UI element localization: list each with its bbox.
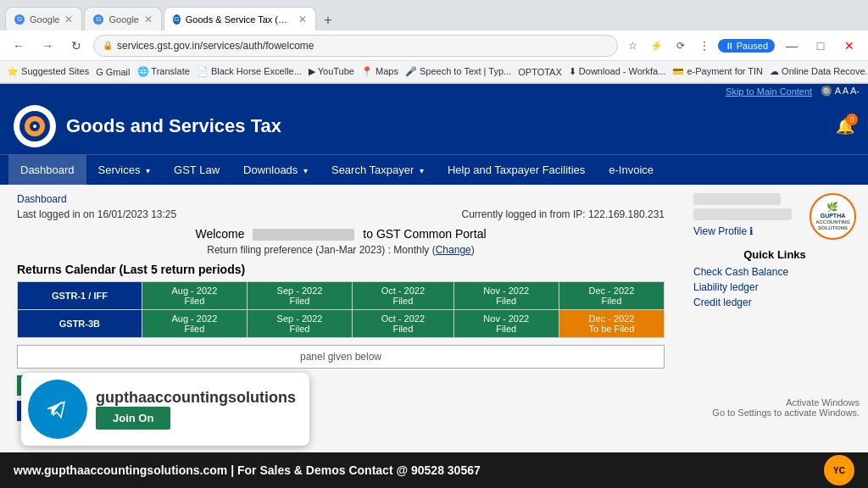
browser-actions: ☆ ⚡ ⟳ ⋮ ⏸ Paused bbox=[623, 36, 775, 56]
telegram-icon bbox=[28, 380, 87, 439]
return-preference: Return filing preference (Jan-Mar 2023) … bbox=[17, 244, 665, 256]
user-name-blurred bbox=[253, 229, 354, 241]
bookmark-optotax[interactable]: OPTOTAX bbox=[518, 67, 562, 77]
tab-1-close[interactable]: ✕ bbox=[64, 14, 73, 25]
tab-3[interactable]: G Goods & Service Tax (GST) | Use... ✕ bbox=[164, 7, 316, 30]
view-profile-link[interactable]: View Profile ℹ bbox=[693, 225, 803, 237]
profile-name-blurred bbox=[693, 193, 781, 205]
bottom-logo: YC bbox=[824, 455, 854, 485]
gstr3b-type: GSTR-3B bbox=[18, 310, 142, 338]
nav-einvoice[interactable]: e-Invoice bbox=[597, 155, 665, 185]
nav-services[interactable]: Services ▾ bbox=[86, 155, 162, 185]
skip-bar: Skip to Main Content 🔘 A A A- bbox=[0, 84, 868, 98]
gstr1-dec[interactable]: Dec - 2022Filed bbox=[559, 282, 664, 310]
ip-info-text: Currently logged in from IP: 122.169.180… bbox=[462, 208, 665, 220]
tab-1-favicon: G bbox=[14, 14, 25, 25]
bookmark-epayment[interactable]: 💳 e-Payment for TIN bbox=[672, 66, 763, 77]
returns-calendar-table: GSTR-1 / IFF Aug - 2022Filed Sep - 2022F… bbox=[17, 281, 665, 338]
tab-1[interactable]: G Google ✕ bbox=[5, 7, 82, 30]
close-btn[interactable]: ✕ bbox=[837, 34, 861, 58]
bottom-banner: www.gupthaaccountingsolutions.com | For … bbox=[0, 452, 868, 488]
gstr3b-oct[interactable]: Oct - 2022Filed bbox=[353, 310, 454, 338]
bookmark-blackhorse[interactable]: 📄 Black Horse Excelle... bbox=[197, 66, 302, 77]
tab-3-close[interactable]: ✕ bbox=[298, 14, 307, 25]
search-taxpayer-dropdown-arrow: ▾ bbox=[420, 166, 424, 175]
gstr3b-aug[interactable]: Aug - 2022Filed bbox=[142, 310, 247, 338]
gstr1-type: GSTR-1 / IFF bbox=[18, 282, 142, 310]
maximize-btn[interactable]: □ bbox=[809, 34, 832, 58]
tab-2-close[interactable]: ✕ bbox=[144, 14, 153, 25]
breadcrumb-link[interactable]: Dashboard bbox=[17, 193, 67, 205]
gstr3b-nov[interactable]: Nov - 2022Filed bbox=[453, 310, 559, 338]
telegram-overlay: gupthaaccountingsolutions Join On bbox=[21, 373, 309, 446]
bookmark-speech[interactable]: 🎤 Speech to Text | Typ... bbox=[405, 66, 511, 77]
nav-gst-law[interactable]: GST Law bbox=[162, 155, 231, 185]
header-right: 🔔 0 bbox=[675, 116, 854, 136]
logo-emblem bbox=[14, 105, 56, 147]
sync-btn[interactable]: ⟳ bbox=[670, 36, 691, 56]
guptha-logo: 🌿 GUPTHA ACCOUNTING SOLUTIONS bbox=[810, 193, 856, 240]
settings-btn[interactable]: ⋮ bbox=[694, 36, 715, 56]
skip-main-content[interactable]: Skip to Main Content bbox=[726, 86, 812, 97]
bookmark-download[interactable]: ⬇ Download - Workfa... bbox=[569, 66, 666, 77]
emblem-svg bbox=[18, 109, 52, 143]
reload-button[interactable]: ↻ bbox=[64, 34, 88, 58]
main-nav: Dashboard Services ▾ GST Law Downloads ▾… bbox=[0, 154, 868, 185]
paused-button[interactable]: ⏸ Paused bbox=[718, 39, 775, 53]
info-icon: ℹ bbox=[749, 225, 754, 237]
gstr3b-sep[interactable]: Sep - 2022Filed bbox=[247, 310, 352, 338]
breadcrumb: Dashboard bbox=[17, 193, 665, 205]
activate-windows-notice: Activate Windows Go to Settings to activ… bbox=[712, 397, 860, 418]
nav-dashboard[interactable]: Dashboard bbox=[8, 155, 86, 185]
nav-search-taxpayer[interactable]: Search Taxpayer ▾ bbox=[320, 155, 436, 185]
tab-2[interactable]: G Google ✕ bbox=[84, 7, 161, 30]
calendar-title: Returns Calendar (Last 5 return periods) bbox=[17, 263, 665, 276]
info-banner: panel given below bbox=[17, 345, 665, 369]
welcome-message: Welcome to GST Common Portal bbox=[17, 227, 665, 241]
url-bar[interactable]: 🔒 services.gst.gov.in/services/auth/fowe… bbox=[93, 35, 618, 57]
new-tab-button[interactable]: + bbox=[318, 10, 338, 30]
tab-1-title: Google bbox=[30, 14, 59, 25]
nav-downloads[interactable]: Downloads ▾ bbox=[231, 155, 320, 185]
gstr1-aug[interactable]: Aug - 2022Filed bbox=[142, 282, 247, 310]
accessibility-controls: 🔘 A A A- bbox=[821, 86, 860, 97]
minimize-btn[interactable]: — bbox=[780, 34, 804, 58]
table-row-gstr3b: GSTR-3B Aug - 2022Filed Sep - 2022Filed … bbox=[18, 310, 665, 338]
bottom-banner-text: www.gupthaaccountingsolutions.com | For … bbox=[14, 463, 481, 477]
bookmark-star[interactable]: ☆ bbox=[623, 36, 643, 56]
gstr3b-dec[interactable]: Dec - 2022To be Filed bbox=[559, 310, 664, 338]
telegram-brand: gupthaaccountingsolutions bbox=[96, 389, 296, 407]
login-info: Last logged in on 16/01/2023 13:25 Curre… bbox=[17, 208, 665, 220]
quick-link-credit-ledger[interactable]: Credit ledger bbox=[693, 297, 856, 308]
forward-button[interactable]: → bbox=[36, 34, 59, 58]
tab-bar: G Google ✕ G Google ✕ G Goods & Service … bbox=[0, 0, 868, 30]
extensions-btn[interactable]: ⚡ bbox=[647, 36, 667, 56]
browser-chrome: G Google ✕ G Google ✕ G Goods & Service … bbox=[0, 0, 868, 84]
bookmark-youtube[interactable]: ▶ YouTube bbox=[309, 66, 354, 77]
gstr1-oct[interactable]: Oct - 2022Filed bbox=[353, 282, 454, 310]
tab-2-favicon: G bbox=[93, 14, 103, 25]
gstr1-nov[interactable]: Nov - 2022Filed bbox=[453, 282, 559, 310]
notification-badge: 0 bbox=[846, 114, 858, 125]
svg-point-3 bbox=[33, 125, 36, 128]
sidebar: View Profile ℹ 🌿 GUPTHA ACCOUNTING SOLUT… bbox=[682, 185, 868, 453]
tab-2-title: Google bbox=[108, 14, 138, 25]
bookmark-translate[interactable]: 🌐 Translate bbox=[137, 66, 190, 77]
activate-line2: Go to Settings to activate Windows. bbox=[712, 408, 860, 418]
join-telegram-button[interactable]: Join On bbox=[96, 407, 170, 430]
gstr1-sep[interactable]: Sep - 2022Filed bbox=[247, 282, 352, 310]
quick-link-cash-balance[interactable]: Check Cash Balance bbox=[693, 266, 856, 278]
bookmark-online-data[interactable]: ☁ Online Data Recove... bbox=[770, 66, 868, 77]
notification-bell[interactable]: 🔔 0 bbox=[836, 117, 854, 136]
change-pref-link[interactable]: Change bbox=[436, 244, 471, 256]
bookmark-gmail[interactable]: G Gmail bbox=[96, 67, 130, 77]
bookmark-suggested-sites[interactable]: ⭐ Suggested Sites bbox=[7, 66, 89, 77]
services-dropdown-arrow: ▾ bbox=[146, 166, 150, 175]
bookmark-maps[interactable]: 📍 Maps bbox=[361, 66, 398, 77]
return-pref-text: Return filing preference (Jan-Mar 2023) … bbox=[207, 244, 429, 256]
nav-help[interactable]: Help and Taxpayer Facilities bbox=[436, 155, 597, 185]
address-bar: ← → ↻ 🔒 services.gst.gov.in/services/aut… bbox=[0, 30, 868, 61]
banner-text: panel given below bbox=[300, 351, 381, 363]
back-button[interactable]: ← bbox=[7, 34, 31, 58]
quick-link-liability-ledger[interactable]: Liability ledger bbox=[693, 281, 856, 293]
